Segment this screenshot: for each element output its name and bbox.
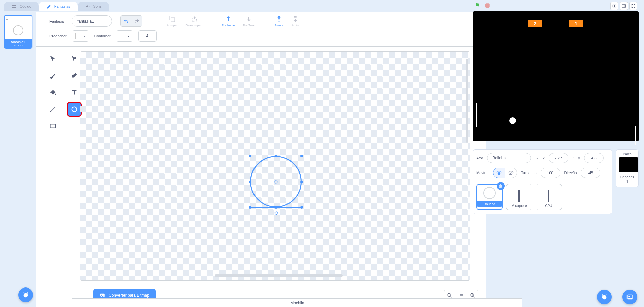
handle-top-left[interactable] (249, 155, 251, 157)
small-stage-icon (612, 4, 617, 8)
direction-value[interactable]: -45 (581, 168, 600, 178)
backpack-bar[interactable]: Mochila (72, 298, 522, 307)
paint-canvas-area: ✣ ⟲ Converter para Bitmap (36, 47, 486, 307)
add-sprite-fab[interactable] (597, 290, 612, 304)
stage-size-large-button[interactable] (620, 2, 628, 10)
delete-sprite-icon[interactable]: 🗑 (497, 182, 505, 190)
group-icon (168, 15, 176, 23)
sound-icon (85, 4, 91, 9)
stop-button[interactable] (484, 3, 490, 10)
sprite-info-pane: Ator ↔ x -127 ↕ y -85 Mostrar Tamanho 10… (473, 149, 612, 214)
y-label: y (578, 156, 580, 160)
visibility-toggle (493, 168, 517, 178)
back-icon (292, 15, 299, 23)
stage[interactable]: 2 1 (473, 11, 639, 141)
back-label: Atrás (292, 24, 299, 27)
reshape-tool[interactable] (68, 52, 81, 66)
costume-name-input[interactable] (72, 15, 112, 27)
paddle-left (476, 103, 477, 127)
sprite-name-input[interactable] (487, 153, 531, 163)
costume-thumb-dim: 23 x 23 (5, 44, 32, 47)
cat-icon (601, 293, 608, 301)
stop-icon (484, 3, 490, 9)
sprite-tray: 🗑 Bolinha M raquete CPU (476, 183, 609, 214)
tab-sounds[interactable]: Sons (78, 2, 109, 11)
costume-thumb-name: fantasia1 (5, 40, 32, 44)
back-button[interactable]: Atrás (292, 15, 299, 27)
group-button[interactable]: Agrupar (167, 15, 177, 27)
sprite-card-thumb (548, 190, 549, 202)
rotate-handle-icon[interactable]: ⟲ (274, 210, 278, 216)
fill-label: Preencher (49, 34, 67, 38)
paddle-right (635, 126, 636, 145)
backward-button[interactable]: Pra Trás (243, 15, 255, 27)
undo-button[interactable] (120, 15, 131, 27)
sprite-card-bolinha[interactable]: 🗑 Bolinha (476, 184, 503, 210)
x-value[interactable]: -127 (549, 153, 568, 163)
eraser-tool[interactable] (68, 69, 81, 82)
show-button[interactable] (493, 168, 505, 178)
stage-selector[interactable]: Palco Cenários 1 (616, 149, 639, 187)
svg-line-24 (473, 296, 474, 297)
costume-thumb[interactable]: 1 fantasia1 23 x 23 (4, 15, 32, 49)
sprite-card-mraquete[interactable]: M raquete (506, 184, 532, 210)
outline-width-input[interactable] (138, 30, 157, 42)
select-tool[interactable] (46, 52, 60, 66)
redo-button[interactable] (131, 15, 142, 27)
canvas-vscrollbar[interactable] (466, 59, 468, 143)
add-costume-fab[interactable] (18, 287, 33, 302)
zoom-reset-icon (459, 293, 464, 298)
selection-box[interactable]: ✣ ⟲ (250, 156, 302, 208)
forward-button[interactable]: Pra frente (222, 15, 235, 27)
circle-tool[interactable] (68, 103, 81, 116)
direction-label: Direção (564, 171, 577, 175)
svg-point-35 (602, 295, 607, 300)
select-icon (49, 55, 57, 63)
tab-code[interactable]: Código (4, 2, 39, 11)
line-tool[interactable] (46, 103, 60, 116)
stage-backdrop-count: Cenários 1 (619, 175, 636, 184)
fullscreen-icon (631, 4, 636, 8)
ungroup-button[interactable]: Desagrupar (185, 15, 201, 27)
fullscreen-button[interactable] (629, 2, 637, 10)
zoom-in-icon (470, 293, 475, 298)
add-backdrop-fab[interactable] (622, 290, 637, 304)
front-button[interactable]: Frente (275, 15, 283, 27)
fill-tool[interactable] (46, 86, 60, 99)
score-left: 2 (528, 20, 542, 27)
sprite-card-label: CPU (545, 204, 552, 208)
rect-tool[interactable] (46, 119, 60, 133)
hide-button[interactable] (505, 168, 517, 178)
svg-point-32 (498, 172, 500, 174)
tab-costumes[interactable]: Fantasias (39, 2, 78, 11)
brush-tool[interactable] (46, 69, 60, 82)
outline-swatch-icon (120, 33, 126, 39)
front-icon (275, 15, 283, 23)
svg-line-12 (50, 107, 56, 112)
coord-vert-arrow-icon: ↕ (572, 156, 574, 160)
text-tool[interactable] (68, 86, 81, 99)
y-value[interactable]: -85 (584, 153, 604, 163)
paint-canvas[interactable]: ✣ ⟲ (80, 51, 470, 281)
handle-top[interactable] (275, 155, 277, 157)
bucket-icon (49, 89, 57, 96)
handle-top-right[interactable] (300, 155, 303, 157)
handle-left[interactable] (249, 181, 251, 183)
fill-color-picker[interactable]: ▾ (73, 30, 88, 42)
convert-bitmap-label: Converter para Bitmap (109, 293, 149, 298)
fill-swatch-icon (75, 33, 82, 39)
handle-right[interactable] (300, 181, 303, 183)
size-value[interactable]: 100 (541, 168, 560, 178)
backward-label: Pra Trás (243, 24, 255, 27)
sprite-card-cpu[interactable]: CPU (536, 184, 562, 210)
handle-bottom-right[interactable] (300, 206, 303, 209)
circle-icon (71, 106, 78, 113)
paint-toolbar: Fantasia Agrupar Desagrupar Pra frente (36, 12, 486, 27)
svg-rect-28 (613, 5, 614, 7)
handle-bottom[interactable] (275, 206, 277, 209)
green-flag-button[interactable] (474, 2, 481, 10)
handle-bottom-left[interactable] (249, 206, 251, 209)
canvas-hscrollbar[interactable] (215, 274, 343, 277)
outline-color-picker[interactable]: ▾ (117, 30, 132, 42)
stage-size-small-button[interactable] (610, 2, 618, 10)
